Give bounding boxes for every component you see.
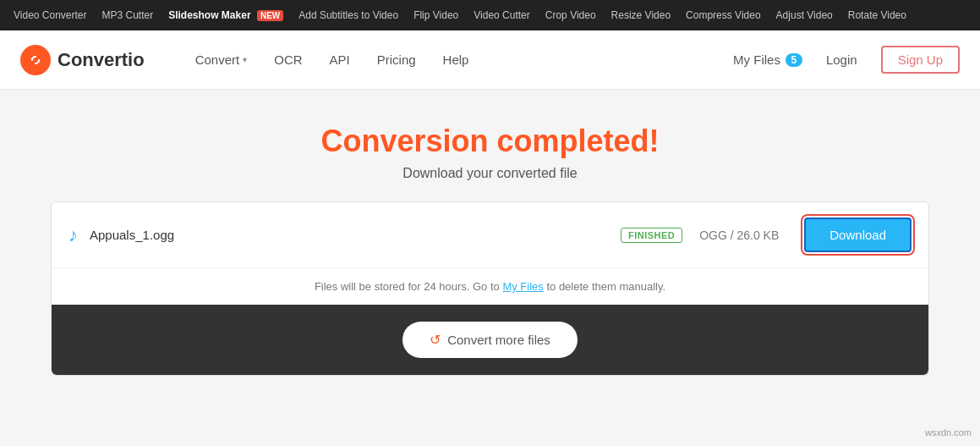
nav-item-api[interactable]: API — [320, 46, 360, 74]
file-name: Appuals_1.ogg — [90, 228, 609, 242]
nav-item-ocr[interactable]: OCR — [264, 46, 312, 74]
topbar-item-rotate-video[interactable]: Rotate Video — [848, 9, 906, 21]
new-badge: NEW — [257, 10, 283, 21]
main-nav: Convert ▾ OCR API Pricing Help — [185, 46, 706, 74]
refresh-icon: ↺ — [430, 332, 441, 348]
topbar-item-mp3-cutter[interactable]: MP3 Cutter — [102, 9, 154, 21]
storage-notice-suffix: to delete them manually. — [546, 280, 665, 293]
file-row: ♪ Appuals_1.ogg FINISHED OGG / 26.0 KB D… — [52, 202, 928, 268]
completion-title: Conversion completed! — [51, 124, 929, 159]
watermark: wsxdn.com — [925, 427, 972, 438]
topbar-item-flip-video[interactable]: Flip Video — [413, 9, 458, 21]
header-right: My Files 5 Login Sign Up — [733, 46, 960, 74]
convert-more-bar: ↺ Convert more files — [52, 305, 928, 375]
topbar-item-compress-video[interactable]: Compress Video — [686, 9, 761, 21]
nav-item-help[interactable]: Help — [433, 46, 479, 74]
chevron-down-icon: ▾ — [243, 55, 247, 64]
nav-item-convert[interactable]: Convert ▾ — [185, 46, 258, 74]
storage-notice-prefix: Files will be stored for 24 hours. Go to — [315, 280, 503, 293]
svg-point-0 — [27, 52, 44, 69]
topbar-item-video-converter[interactable]: Video Converter — [14, 9, 87, 21]
main-content: Conversion completed! Download your conv… — [0, 90, 980, 401]
my-files-link[interactable]: My Files — [502, 280, 543, 293]
convert-more-label: Convert more files — [447, 333, 550, 347]
signup-button[interactable]: Sign Up — [881, 46, 960, 74]
file-size: OGG / 26.0 KB — [694, 229, 779, 242]
top-bar: Video Converter MP3 Cutter Slideshow Mak… — [0, 0, 980, 30]
music-icon: ♪ — [68, 224, 78, 246]
header: Convertio Convert ▾ OCR API Pricing Help… — [0, 30, 980, 90]
storage-notice: Files will be stored for 24 hours. Go to… — [52, 268, 928, 305]
my-files-button[interactable]: My Files 5 — [733, 52, 802, 67]
files-count-badge: 5 — [786, 53, 802, 67]
logo-text: Convertio — [57, 49, 145, 71]
topbar-item-slideshow-maker[interactable]: Slideshow Maker NEW — [168, 9, 283, 21]
my-files-label: My Files — [733, 52, 780, 67]
topbar-item-adjust-video[interactable]: Adjust Video — [776, 9, 833, 21]
topbar-item-add-subtitles[interactable]: Add Subtitles to Video — [298, 9, 398, 21]
file-card: ♪ Appuals_1.ogg FINISHED OGG / 26.0 KB D… — [51, 201, 929, 376]
logo-icon — [20, 45, 51, 75]
completion-subtitle: Download your converted file — [51, 166, 929, 181]
status-badge: FINISHED — [621, 228, 682, 243]
nav-item-pricing[interactable]: Pricing — [367, 46, 426, 74]
download-button[interactable]: Download — [804, 217, 912, 252]
logo[interactable]: Convertio — [20, 45, 145, 75]
convert-more-button[interactable]: ↺ Convert more files — [402, 322, 578, 358]
topbar-item-resize-video[interactable]: Resize Video — [611, 9, 671, 21]
topbar-item-crop-video[interactable]: Crop Video — [545, 9, 596, 21]
login-button[interactable]: Login — [816, 46, 868, 74]
topbar-item-video-cutter[interactable]: Video Cutter — [474, 9, 530, 21]
